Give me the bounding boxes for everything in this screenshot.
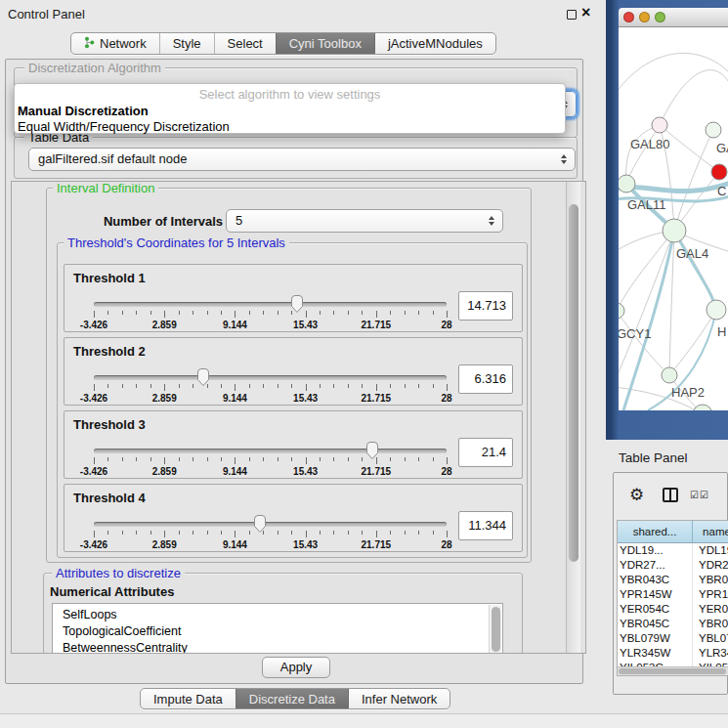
table-row[interactable]: YDR27...YDR27: [618, 558, 728, 573]
table-data-combobox[interactable]: galFiltered.sif default node: [28, 148, 576, 171]
slider-track[interactable]: [94, 522, 447, 527]
slider-thumb[interactable]: [195, 367, 211, 390]
network-node-node-H[interactable]: [707, 300, 726, 320]
table-row[interactable]: YER054CYER05: [618, 602, 728, 617]
network-node-HAP2[interactable]: [662, 367, 677, 383]
network-edge[interactable]: [619, 231, 674, 384]
tick-label: 2.859: [152, 539, 177, 550]
table-panel: ⚙ ☑☑ shared...name YDL19...YDL19YDR27...…: [613, 472, 728, 695]
minimize-traffic-light[interactable]: [639, 12, 650, 22]
tab-select[interactable]: Select: [214, 33, 276, 54]
minor-tick: [278, 457, 278, 461]
minor-tick: [207, 457, 208, 461]
minor-tick: [179, 311, 180, 315]
table-row[interactable]: YBR043CYBR04: [618, 573, 728, 587]
slider-thumb[interactable]: [289, 294, 305, 317]
network-edge[interactable]: [674, 130, 713, 231]
split-columns-icon[interactable]: [663, 488, 678, 502]
network-node-node-bottom[interactable]: [693, 405, 712, 410]
cell-shared-name: YPR145W: [618, 587, 693, 602]
minor-tick: [249, 311, 250, 315]
network-edge-thick[interactable]: [623, 231, 674, 410]
threshold-slider[interactable]: -3.4262.8599.14415.4321.71528: [94, 441, 447, 478]
network-node-GCY1[interactable]: [619, 303, 624, 319]
scrollbar-thumb[interactable]: [569, 204, 578, 562]
list-item[interactable]: SelfLoops: [53, 607, 502, 623]
minor-tick: [193, 384, 193, 388]
minor-tick: [348, 531, 349, 535]
tab-cyni-toolbox[interactable]: Cyni Toolbox: [276, 33, 374, 54]
threshold-value-field[interactable]: 6.316: [458, 364, 513, 394]
tab-impute-data[interactable]: Impute Data: [141, 689, 236, 708]
slider-thumb[interactable]: [252, 514, 268, 536]
tick-label: 28: [441, 466, 451, 477]
tab-discretize-data[interactable]: Discretize Data: [236, 689, 348, 708]
network-edge[interactable]: [669, 310, 716, 375]
network-window-titlebar: [619, 8, 728, 27]
network-edge[interactable]: [660, 70, 728, 125]
network-node-node-red[interactable]: [711, 164, 727, 180]
tab-style[interactable]: Style: [159, 33, 214, 54]
major-tick: [306, 531, 307, 537]
table-horizontal-scrollbar[interactable]: [618, 666, 728, 675]
threshold-value-field[interactable]: 21.4: [458, 438, 513, 467]
network-canvas[interactable]: GAL80GAGAL11CGAL4GCY1HHAP2: [619, 27, 728, 410]
minor-tick: [418, 531, 419, 535]
zoom-traffic-light[interactable]: [655, 12, 665, 22]
float-window-icon[interactable]: [567, 10, 577, 20]
column-header[interactable]: shared...: [618, 521, 693, 542]
minor-tick: [221, 311, 222, 315]
tick-label: 2.859: [152, 393, 177, 404]
list-item[interactable]: BetweennessCentrality: [53, 640, 502, 654]
tick-label: 2.859: [152, 466, 177, 477]
network-node-GAL4[interactable]: [663, 219, 686, 242]
minor-tick: [221, 384, 222, 388]
minor-tick: [405, 457, 406, 461]
table-row[interactable]: YPR145WYPR14: [618, 587, 728, 602]
tick-label: 28: [441, 539, 451, 550]
table-row[interactable]: YDL19...YDL19: [618, 543, 728, 558]
threshold-row-2: Threshold 2-3.4262.8599.14415.4321.71528…: [64, 337, 523, 406]
table-row[interactable]: YLR345WYLR34: [618, 646, 728, 661]
dropdown-item-manual[interactable]: Manual Discretization: [17, 104, 563, 118]
slider-thumb[interactable]: [364, 441, 380, 463]
tab-network[interactable]: Network: [71, 33, 159, 54]
tab-jactivemnodules[interactable]: jActiveMNodules: [374, 33, 495, 54]
threshold-slider[interactable]: -3.4262.8599.14415.4321.71528: [94, 294, 447, 331]
table-row[interactable]: YBR045CYBR04: [618, 617, 728, 631]
column-header[interactable]: name: [693, 521, 728, 542]
tick-label: 21.715: [362, 466, 392, 477]
minor-tick: [136, 311, 137, 315]
threshold-value-field[interactable]: 11.344: [458, 511, 513, 540]
table-row[interactable]: YBL079WYBL07: [618, 631, 728, 646]
slider-track[interactable]: [94, 375, 447, 380]
slider-track[interactable]: [94, 449, 447, 453]
threshold-slider[interactable]: -3.4262.8599.14415.4321.71528: [94, 514, 447, 551]
gear-icon[interactable]: ⚙: [629, 485, 644, 505]
close-traffic-light[interactable]: [623, 12, 634, 22]
tab-infer-network[interactable]: Infer Network: [348, 689, 450, 708]
numerical-attributes-label: Numerical Attributes: [50, 584, 174, 599]
network-node-GAL80[interactable]: [652, 117, 667, 133]
select-columns-icon[interactable]: ☑☑: [690, 490, 709, 500]
major-tick: [447, 457, 448, 464]
network-edge-thick[interactable]: [674, 231, 716, 310]
minor-tick: [107, 384, 108, 388]
scrollbar-thumb[interactable]: [619, 668, 726, 674]
network-node-node-upper-right[interactable]: [706, 122, 721, 138]
apply-button[interactable]: Apply: [262, 657, 330, 678]
network-node-GAL11[interactable]: [619, 175, 635, 193]
major-tick: [235, 311, 236, 318]
network-edge[interactable]: [619, 53, 728, 96]
close-icon[interactable]: ×: [581, 4, 590, 21]
threshold-slider[interactable]: -3.4262.8599.14415.4321.71528: [94, 367, 447, 405]
settings-vertical-scrollbar[interactable]: [566, 182, 580, 653]
number-of-intervals-combobox[interactable]: 5: [226, 209, 503, 233]
node-label-GA: GA: [716, 141, 728, 155]
minor-tick: [405, 384, 406, 388]
dropdown-item-equal-width[interactable]: Equal Width/Frequency Discretization: [17, 119, 563, 134]
slider-track[interactable]: [94, 302, 447, 307]
threshold-value-field[interactable]: 14.713: [458, 291, 513, 321]
attributes-list-scrollbar[interactable]: [489, 605, 501, 654]
list-item[interactable]: TopologicalCoefficient: [53, 623, 502, 640]
